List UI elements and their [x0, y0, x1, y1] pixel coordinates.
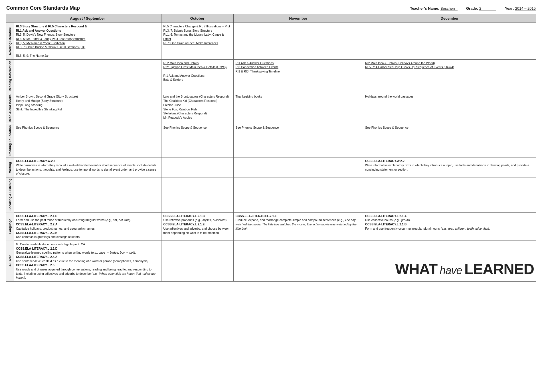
- brand-have: have: [440, 263, 462, 278]
- grade-label: Grade:: [466, 6, 478, 11]
- year-value: 2014 – 2015: [515, 6, 536, 11]
- rf-oct: See Phonics Scope & Sequence: [161, 124, 233, 157]
- ri-dec: RI2 Main Idea & Details (Holidays Around…: [363, 59, 536, 93]
- year-label: Year:: [505, 6, 514, 11]
- ri-oct: RI 2 Main Idea and Details RI2: Fighting…: [161, 59, 233, 93]
- grade-value: 2: [479, 6, 496, 11]
- ra-aug-sep: Amber Brown, Second Grade (Story Structu…: [14, 93, 161, 124]
- row-label-speaking-listening: Speaking & Listening: [6, 177, 14, 212]
- table-row-speaking-listening: Speaking & Listening: [6, 177, 536, 212]
- table-row-reading-information: Reading Information RI 2 Main Idea and D…: [6, 59, 536, 93]
- row-label-read-aloud: Read Aloud Books: [6, 93, 14, 124]
- lang-oct: CCSS.ELA-LITERACY.L.2.1.C Use reflexive …: [161, 212, 233, 241]
- ra-nov: Thanksgiving books: [233, 93, 363, 124]
- page-title: Common Core Standards Map: [6, 5, 80, 11]
- ay-aug-sep: G: Create readable documents with legibl…: [14, 241, 161, 281]
- rl-aug-sep: RL3 Story Structure & RL5 Characters Res…: [14, 23, 161, 60]
- sl-dec: [363, 177, 536, 212]
- table-row-reading-literature: Reading Literature RL3 Story Structure &…: [6, 23, 536, 60]
- w-oct: [161, 157, 233, 177]
- row-label-all-year: All Year: [6, 241, 14, 281]
- col-header-nov: November: [233, 14, 363, 23]
- sl-oct: [161, 177, 233, 212]
- ra-oct: Lulu and the Brontosaurus (Characters Re…: [161, 93, 233, 124]
- ri-nov: RI1 Ask & Answer Questions RI3 Connectio…: [233, 59, 363, 93]
- ay-oct: [161, 241, 233, 281]
- col-header-dec: December: [363, 14, 536, 23]
- rf-nov: See Phonics Scope & Sequence: [233, 124, 363, 157]
- brand-learned: LEARNED: [464, 259, 534, 280]
- lang-nov: CCSS.ELA-LITERACY.L.2.1.F Produce, expan…: [233, 212, 363, 241]
- table-row-all-year: All Year G: Create readable documents wi…: [6, 241, 536, 281]
- lang-aug-sep: CCSS.ELA-LITERACY.L.2.1.D Form and use t…: [14, 212, 161, 241]
- table-row-reading-foundation: Reading Foundation See Phonics Scope & S…: [6, 124, 536, 157]
- header-info: Teacher's Name: Boschen Grade: 2 Year: 2…: [410, 6, 536, 11]
- page-header: Common Core Standards Map Teacher's Name…: [6, 5, 536, 11]
- rf-dec: See Phonics Scope & Sequence: [363, 124, 536, 157]
- table-row-read-aloud: Read Aloud Books Amber Brown, Second Gra…: [6, 93, 536, 124]
- brand-text: WHAT have LEARNED: [395, 259, 534, 280]
- rl-nov: [233, 23, 363, 60]
- rf-aug-sep: See Phonics Scope & Sequence: [14, 124, 161, 157]
- rl-dec: [363, 23, 536, 60]
- table-row-writing: Writing CCSS.ELA-LITERACY.W.2.3 Write na…: [6, 157, 536, 177]
- teacher-value: Boschen: [440, 6, 458, 11]
- row-label-reading-information: Reading Information: [6, 59, 14, 93]
- sl-aug-sep: [14, 177, 161, 212]
- col-header-aug-sep: August / September: [14, 14, 161, 23]
- ra-dec: Holidays around the world passages: [363, 93, 536, 124]
- standards-table: August / September October November Dece…: [6, 14, 536, 282]
- w-dec: CCSS.ELA-LITERACY.W.2.2 Write informativ…: [363, 157, 536, 177]
- table-row-language: Language CCSS.ELA-LITERACY.L.2.1.D Form …: [6, 212, 536, 241]
- row-label-reading-foundation: Reading Foundation: [6, 124, 14, 157]
- ri-aug-sep: [14, 59, 161, 93]
- brand-what: WHAT: [395, 259, 437, 280]
- ay-nov: [233, 241, 363, 281]
- brand-footer: WHAT have LEARNED: [365, 256, 534, 280]
- sl-nov: [233, 177, 363, 212]
- row-label-language: Language: [6, 212, 14, 241]
- col-header-oct: October: [161, 14, 233, 23]
- ay-dec: WHAT have LEARNED: [363, 241, 536, 281]
- row-label-writing: Writing: [6, 157, 14, 177]
- row-label-reading-literature: Reading Literature: [6, 23, 14, 60]
- w-aug-sep: CCSS.ELA-LITERACY.W.2.3 Write narratives…: [14, 157, 161, 177]
- rl-oct: RL5 Characters Change & RL 7 Illustratio…: [161, 23, 233, 60]
- teacher-label: Teacher's Name:: [410, 6, 439, 11]
- lang-dec: CCSS.ELA-LITERACY.L.2.1.A Use collective…: [363, 212, 536, 241]
- empty-header: [6, 14, 14, 23]
- w-nov: [233, 157, 363, 177]
